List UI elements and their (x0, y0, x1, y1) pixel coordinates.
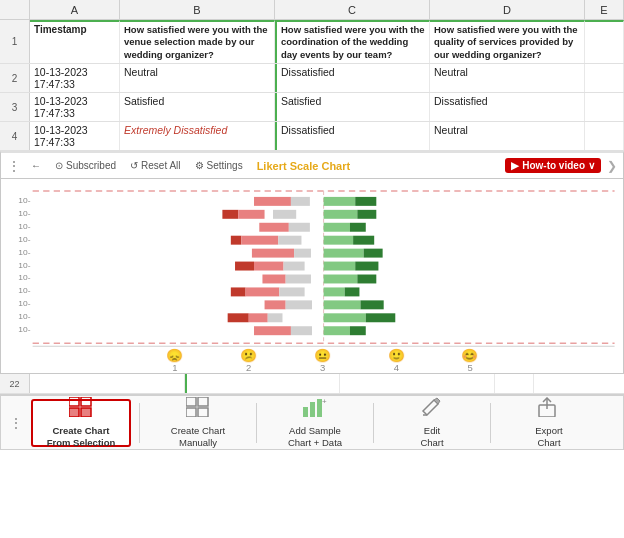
back-icon: ← (31, 160, 41, 171)
svg-rect-50 (324, 326, 350, 335)
add-sample-chart-button[interactable]: + Add SampleChart + Data (265, 399, 365, 447)
toolbar-back-button[interactable]: ← (27, 158, 45, 173)
create-chart-manually-button[interactable]: Create ChartManually (148, 399, 248, 447)
svg-rect-51 (350, 326, 366, 335)
cell-2d: Neutral (430, 64, 585, 92)
cell-2e (585, 64, 624, 92)
cell-4d: Neutral (430, 122, 585, 150)
chevron-down-icon: ∨ (588, 160, 595, 171)
col-header-c: C (275, 0, 430, 20)
row-num-4: 4 (0, 122, 30, 150)
cell-22c (185, 374, 340, 393)
subscribed-icon: ⊙ (55, 160, 63, 171)
table-row-22: 22 (0, 374, 624, 394)
svg-text:10-: 10- (18, 287, 30, 296)
svg-rect-82 (303, 407, 308, 417)
svg-rect-36 (279, 287, 304, 296)
col-header-d: D (430, 0, 585, 20)
create-chart-from-selection-button[interactable]: Create ChartFrom Selection (31, 399, 131, 447)
svg-rect-28 (324, 262, 356, 271)
chart-grid-icon (69, 397, 93, 417)
cell-22e (495, 374, 534, 393)
svg-rect-31 (286, 275, 311, 284)
svg-rect-76 (69, 408, 79, 417)
svg-rect-17 (241, 236, 278, 245)
svg-text:5: 5 (467, 363, 472, 373)
svg-text:10-: 10- (18, 313, 30, 322)
divider-4 (490, 403, 491, 443)
youtube-button[interactable]: ▶ How-to video ∨ (505, 158, 601, 173)
cell-3a: 10-13-2023 17:47:33 (30, 93, 120, 121)
row-num-3: 3 (0, 93, 30, 121)
cell-1e (585, 20, 624, 63)
cell-3d: Dissatisfied (430, 93, 585, 121)
svg-rect-46 (324, 313, 366, 322)
row-num-header (0, 0, 30, 19)
svg-rect-12 (259, 223, 289, 232)
row-num-22: 22 (0, 374, 30, 393)
svg-text:4: 4 (394, 363, 399, 373)
svg-rect-39 (265, 300, 286, 309)
scroll-right-icon[interactable]: ❯ (607, 159, 617, 173)
svg-rect-27 (284, 262, 305, 271)
col-header-a: A (30, 0, 120, 20)
cell-4c: Dissatisfied (275, 122, 430, 150)
svg-text:🙂: 🙂 (388, 347, 405, 364)
cell-3c: Satisfied (275, 93, 430, 121)
export-icon (537, 397, 561, 417)
svg-rect-13 (289, 223, 310, 232)
toolbar-subscribed-button[interactable]: ⊙ Subscribed (51, 158, 120, 173)
svg-rect-6 (355, 197, 376, 206)
svg-text:10-: 10- (18, 325, 30, 334)
export-chart-icon (537, 397, 561, 423)
sample-chart-icon: + (303, 397, 327, 417)
cell-2b: Neutral (120, 64, 275, 92)
svg-rect-78 (186, 397, 196, 406)
svg-text:2: 2 (246, 363, 251, 373)
svg-text:😊: 😊 (461, 347, 478, 364)
toolbar-drag-handle[interactable]: ⋮ (7, 158, 21, 174)
svg-rect-22 (294, 249, 311, 258)
svg-rect-35 (246, 287, 280, 296)
export-chart-button[interactable]: ExportChart (499, 399, 599, 447)
row-num-1: 1 (0, 20, 30, 63)
svg-rect-25 (235, 262, 254, 271)
edit-chart-button[interactable]: EditChart (382, 399, 482, 447)
table-row-header: 1 Timestamp How satisfied were you with … (0, 20, 624, 64)
svg-rect-77 (81, 408, 91, 417)
svg-rect-15 (350, 223, 366, 232)
svg-text:10-: 10- (18, 261, 30, 270)
svg-text:10-: 10- (18, 300, 30, 309)
svg-rect-45 (268, 313, 283, 322)
add-sample-chart-label: Add SampleChart + Data (288, 425, 342, 448)
table-row-4: 4 10-13-2023 17:47:33 Extremely Dissatis… (0, 122, 624, 151)
column-headers: A B C D E (0, 0, 624, 20)
svg-rect-48 (254, 326, 291, 335)
svg-rect-83 (310, 402, 315, 417)
svg-rect-33 (357, 275, 376, 284)
svg-rect-26 (254, 262, 284, 271)
svg-rect-24 (364, 249, 383, 258)
svg-rect-8 (238, 210, 264, 219)
edit-icon (420, 397, 444, 417)
action-drag-handle[interactable]: ⋮ (9, 415, 23, 431)
col-header-b: B (120, 0, 275, 20)
chart-title: Likert Scale Chart (257, 160, 351, 172)
youtube-label: How-to video (522, 160, 585, 171)
action-bar: ⋮ Create ChartFrom Selection (0, 394, 624, 450)
toolbar-reset-button[interactable]: ↺ Reset All (126, 158, 184, 173)
cell-22b (30, 374, 185, 393)
svg-rect-19 (324, 236, 354, 245)
svg-rect-42 (360, 300, 383, 309)
svg-rect-29 (355, 262, 378, 271)
svg-rect-47 (366, 313, 396, 322)
toolbar-settings-button[interactable]: ⚙ Settings (191, 158, 247, 173)
reset-label: Reset All (141, 160, 180, 171)
create-chart-manually-label: Create ChartManually (171, 425, 225, 448)
cell-1d: How satisfied were you with the quality … (430, 20, 585, 63)
svg-text:10-: 10- (18, 248, 30, 257)
table-row-2: 2 10-13-2023 17:47:33 Neutral Dissatisfi… (0, 64, 624, 93)
svg-rect-75 (81, 397, 91, 406)
svg-rect-23 (324, 249, 364, 258)
export-chart-label: ExportChart (535, 425, 562, 448)
